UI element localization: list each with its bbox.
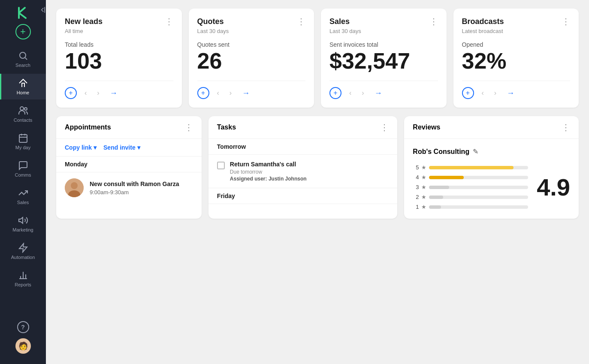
send-invite-button[interactable]: Send invite ▾ (103, 144, 140, 151)
bar-fill-2 (429, 196, 443, 199)
svg-point-2 (20, 107, 24, 110)
star-label-2: 2 (413, 194, 419, 200)
appointments-header: Appointments ⋮ (56, 116, 202, 139)
bar-track-4 (429, 176, 528, 179)
collapse-sidebar-button[interactable] (39, 6, 46, 16)
new-leads-menu-button[interactable]: ⋮ (165, 17, 173, 26)
sidebar-item-home[interactable]: Home (0, 74, 46, 99)
card-header: Quotes ⋮ (197, 17, 306, 26)
sidebar-nav: Search Home Contacts My day (0, 46, 46, 321)
review-bar-row-1: 1 ★ (413, 204, 528, 210)
star-label-1: 1 (413, 204, 419, 210)
help-button[interactable]: ? (17, 321, 29, 333)
next-button[interactable]: › (227, 88, 234, 98)
user-avatar[interactable]: 🧑 (15, 338, 31, 354)
appointment-time: 9:00am-9:30am (90, 189, 193, 196)
active-bar (0, 74, 1, 99)
tasks-card: Tasks ⋮ Tomorrow Return Samantha's call … (208, 116, 398, 219)
contacts-icon (18, 105, 28, 116)
card-header: Broadcasts ⋮ (462, 17, 571, 26)
navigate-button[interactable]: → (107, 88, 120, 99)
card-subtitle: Latest broadcast (462, 28, 571, 34)
prev-button[interactable]: ‹ (347, 88, 354, 98)
add-quote-button[interactable]: + (197, 87, 209, 99)
tasks-title: Tasks (217, 123, 236, 131)
appointments-actions: Copy link ▾ Send invite ▾ (56, 139, 202, 156)
copy-link-label: Copy link (65, 144, 92, 151)
add-button[interactable]: + (15, 24, 31, 39)
next-button[interactable]: › (492, 88, 499, 98)
sidebar-item-contacts[interactable]: Contacts (0, 101, 46, 127)
star-label-4: 4 (413, 174, 419, 180)
quotes-card: Quotes ⋮ Last 30 days Quotes sent 26 + ‹… (189, 9, 314, 108)
appointments-card: Appointments ⋮ Copy link ▾ Send invite ▾… (56, 116, 202, 219)
star-icon-3: ★ (421, 184, 426, 190)
sales-menu-button[interactable]: ⋮ (429, 17, 438, 26)
card-subtitle: All time (65, 28, 173, 34)
metric-label: Quotes sent (197, 41, 306, 48)
reports-icon (18, 270, 28, 280)
automation-icon (18, 243, 28, 253)
svg-point-1 (20, 52, 26, 58)
appointments-menu-button[interactable]: ⋮ (184, 123, 193, 132)
quotes-menu-button[interactable]: ⋮ (297, 17, 305, 26)
sidebar-item-sales[interactable]: Sales (0, 184, 46, 209)
comms-icon (18, 160, 28, 171)
day-label: Monday (56, 156, 202, 172)
broadcasts-menu-button[interactable]: ⋮ (562, 17, 570, 26)
tasks-menu-button[interactable]: ⋮ (380, 123, 389, 132)
calendar-icon (18, 133, 28, 143)
svg-marker-8 (19, 217, 23, 223)
card-footer: + ‹ › → (462, 81, 571, 99)
review-bar-row-2: 2 ★ (413, 194, 528, 200)
reviews-menu-button[interactable]: ⋮ (562, 123, 570, 132)
card-title: Quotes (197, 17, 224, 26)
add-broadcast-button[interactable]: + (462, 87, 474, 99)
svg-point-3 (24, 108, 27, 110)
marketing-icon (18, 215, 28, 226)
stats-row: New leads ⋮ All time Total leads 103 + ‹… (56, 9, 579, 108)
task-section-friday: Friday (208, 188, 398, 204)
reviews-title: Reviews (413, 123, 440, 131)
next-button[interactable]: › (94, 88, 102, 98)
sidebar-item-marketing[interactable]: Marketing (0, 211, 46, 237)
sidebar-item-comms[interactable]: Comms (0, 156, 46, 182)
navigate-button[interactable]: → (372, 88, 385, 99)
prev-button[interactable]: ‹ (214, 88, 222, 98)
prev-button[interactable]: ‹ (82, 88, 89, 98)
metric-label: Total leads (65, 41, 173, 48)
navigate-button[interactable]: → (239, 88, 252, 99)
bar-fill-3 (429, 186, 449, 189)
sales-icon (18, 188, 28, 198)
tasks-header: Tasks ⋮ (208, 116, 398, 139)
navigate-button[interactable]: → (504, 88, 517, 99)
send-invite-label: Send invite (103, 144, 136, 151)
home-icon (18, 78, 28, 88)
sidebar-item-my-day[interactable]: My day (0, 129, 46, 154)
add-sale-button[interactable]: + (329, 87, 341, 99)
metric-label: Opened (462, 41, 571, 48)
sidebar: + Search Home Contacts (0, 0, 46, 364)
edit-business-icon[interactable]: ✎ (473, 147, 478, 156)
next-button[interactable]: › (359, 88, 366, 98)
prev-button[interactable]: ‹ (479, 88, 486, 98)
appointment-name: New consult with Ramon Garza (90, 180, 193, 187)
sidebar-item-search[interactable]: Search (0, 46, 46, 72)
main-content: New leads ⋮ All time Total leads 103 + ‹… (46, 0, 589, 364)
metric-label: Sent invoices total (329, 41, 438, 48)
sidebar-item-automation[interactable]: Automation (0, 238, 46, 264)
appointment-avatar (65, 178, 84, 197)
sidebar-item-reports[interactable]: Reports (0, 266, 46, 292)
task-checkbox[interactable] (217, 162, 225, 169)
appointment-info: New consult with Ramon Garza 9:00am-9:30… (90, 180, 193, 196)
sidebar-item-label: Sales (17, 200, 29, 205)
star-label-5: 5 (413, 164, 419, 171)
star-icon-2: ★ (421, 194, 426, 200)
add-lead-button[interactable]: + (65, 87, 77, 99)
copy-link-button[interactable]: Copy link ▾ (65, 144, 97, 151)
svg-marker-9 (19, 244, 27, 252)
sidebar-item-label: Comms (15, 172, 31, 177)
assigned-user: Justin Johnson (269, 176, 307, 182)
send-invite-chevron-icon: ▾ (137, 144, 140, 151)
sidebar-item-label: Reports (15, 282, 31, 287)
